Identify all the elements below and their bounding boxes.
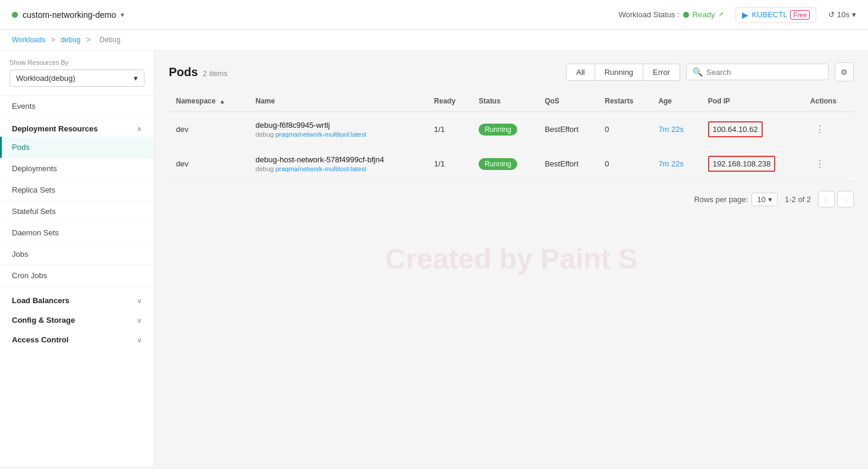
cell-actions-1: ⋮ bbox=[803, 112, 854, 147]
col-namespace[interactable]: Namespace ▲ bbox=[169, 91, 249, 112]
rows-per-page-select[interactable]: 10 ▾ bbox=[751, 193, 777, 206]
cell-namespace-2: dev bbox=[169, 147, 249, 181]
sidebar-item-events-label: Events bbox=[12, 102, 36, 111]
table-row: dev debug-host-network-578f4999cf-bfjn4 … bbox=[169, 147, 854, 181]
workload-status-dot bbox=[683, 12, 689, 18]
col-qos: QoS bbox=[537, 91, 597, 112]
cell-status-1: Running bbox=[471, 112, 537, 147]
search-input[interactable] bbox=[706, 68, 822, 77]
workload-status: Workload Status : Ready ↗ bbox=[618, 10, 724, 19]
sidebar-item-jobs[interactable]: Jobs bbox=[0, 244, 154, 265]
kubectl-button[interactable]: ▶ KUBECTL Free bbox=[735, 7, 816, 23]
col-name: Name bbox=[249, 91, 427, 112]
cell-namespace-1: dev bbox=[169, 112, 249, 147]
cell-restarts-1: 0 bbox=[597, 112, 651, 147]
sidebar-item-stateful-sets[interactable]: Stateful Sets bbox=[0, 201, 154, 222]
sidebar-section-load-balancers[interactable]: Load Balancers ∨ bbox=[0, 289, 154, 309]
terminal-icon: ▶ bbox=[742, 10, 749, 20]
breadcrumb-debug-link[interactable]: debug bbox=[61, 36, 80, 44]
filter-tab-running[interactable]: Running bbox=[595, 64, 643, 80]
col-ready: Ready bbox=[427, 91, 471, 112]
age-link-2[interactable]: 7m 22s bbox=[658, 159, 684, 168]
kubectl-free-badge: Free bbox=[790, 10, 810, 20]
pods-controls: All Running Error 🔍 ⚙ bbox=[566, 62, 854, 81]
settings-button[interactable]: ⚙ bbox=[835, 62, 854, 81]
sidebar-item-pods-label: Pods bbox=[12, 143, 30, 152]
main-content: Created by Paint S Pods 2 items All Runn… bbox=[155, 51, 868, 466]
search-box: 🔍 bbox=[686, 64, 829, 80]
filter-tab-all[interactable]: All bbox=[567, 64, 595, 80]
col-status: Status bbox=[471, 91, 537, 112]
cell-name-1: debug-f6f8c9945-wrtlj debug praqma/netwo… bbox=[249, 112, 427, 147]
refresh-control[interactable]: ↺ 10s ▾ bbox=[828, 10, 856, 19]
kubectl-label: KUBECTL bbox=[751, 10, 787, 19]
cell-qos-1: BestEffort bbox=[537, 112, 597, 147]
sidebar-item-cron-jobs-label: Cron Jobs bbox=[12, 271, 47, 280]
breadcrumb-sep1: > bbox=[51, 36, 57, 44]
filter-chevron-icon: ▾ bbox=[134, 74, 138, 83]
col-age: Age bbox=[651, 91, 700, 112]
next-page-button[interactable]: › bbox=[837, 191, 854, 207]
age-link-1[interactable]: 7m 22s bbox=[658, 125, 684, 134]
rows-per-page-label: Rows per page: bbox=[694, 195, 748, 204]
sidebar-section-access-control[interactable]: Access Control ∨ bbox=[0, 328, 154, 348]
search-icon: 🔍 bbox=[693, 67, 703, 77]
pods-title: Pods 2 items bbox=[169, 65, 228, 79]
filter-tab-error[interactable]: Error bbox=[643, 64, 680, 80]
pods-heading: Pods bbox=[169, 65, 198, 79]
cluster-name: custom-networking-demo bbox=[23, 10, 116, 20]
sidebar-item-deployments-label: Deployments bbox=[12, 164, 57, 173]
rpp-value: 10 bbox=[757, 195, 765, 204]
cell-ready-1: 1/1 bbox=[427, 112, 471, 147]
cell-actions-2: ⋮ bbox=[803, 147, 854, 181]
pod-name-main-1: debug-f6f8c9945-wrtlj bbox=[256, 121, 420, 130]
cluster-status-dot bbox=[12, 12, 18, 18]
actions-button-1[interactable]: ⋮ bbox=[810, 121, 829, 137]
sidebar-item-events[interactable]: Events bbox=[0, 96, 154, 117]
filter-select[interactable]: Workload(debug) ▾ bbox=[10, 70, 144, 87]
access-control-label: Access Control bbox=[12, 335, 68, 344]
sidebar-filter: Show Resources By Workload(debug) ▾ bbox=[0, 51, 154, 96]
pod-name-sub-1: debug praqma/network-multitool:latest bbox=[256, 131, 420, 138]
workload-status-link-icon[interactable]: ↗ bbox=[718, 11, 724, 18]
cell-ready-2: 1/1 bbox=[427, 147, 471, 181]
col-pod-ip: Pod IP bbox=[701, 91, 803, 112]
cell-age-2: 7m 22s bbox=[651, 147, 700, 181]
pod-name-sub-2: debug praqma/network-multitool:latest bbox=[256, 165, 420, 172]
sidebar-item-stateful-sets-label: Stateful Sets bbox=[12, 207, 56, 216]
pods-header: Pods 2 items All Running Error 🔍 ⚙ bbox=[169, 62, 854, 81]
cluster-selector[interactable]: custom-networking-demo ▾ bbox=[12, 10, 124, 20]
sidebar-item-pods[interactable]: Pods bbox=[0, 137, 154, 158]
sidebar-item-daemon-sets[interactable]: Daemon Sets bbox=[0, 222, 154, 244]
sidebar-item-deployments[interactable]: Deployments bbox=[0, 158, 154, 180]
rows-per-page: Rows per page: 10 ▾ bbox=[694, 193, 778, 206]
cell-qos-2: BestEffort bbox=[537, 147, 597, 181]
sidebar-section-deployment-resources[interactable]: Deployment Resources ∧ bbox=[0, 117, 154, 137]
header-right: Workload Status : Ready ↗ ▶ KUBECTL Free… bbox=[618, 7, 856, 23]
cell-status-2: Running bbox=[471, 147, 537, 181]
sidebar-item-daemon-sets-label: Daemon Sets bbox=[12, 228, 59, 237]
workload-status-value: Ready bbox=[693, 10, 715, 19]
sort-namespace-icon: ▲ bbox=[219, 98, 225, 105]
breadcrumb-workloads[interactable]: Workloads bbox=[12, 36, 45, 44]
watermark: Created by Paint S bbox=[385, 242, 637, 275]
cell-pod-ip-1: 100.64.10.62 bbox=[701, 112, 803, 147]
config-storage-label: Config & Storage bbox=[12, 316, 75, 325]
pagination: Rows per page: 10 ▾ 1-2 of 2 ‹ › bbox=[169, 191, 854, 207]
sidebar-item-jobs-label: Jobs bbox=[12, 250, 28, 259]
pod-image-1: praqma/network-multitool:latest bbox=[275, 131, 366, 138]
pods-table: Namespace ▲ Name Ready Status QoS Restar… bbox=[169, 91, 854, 181]
refresh-icon: ↺ bbox=[828, 10, 835, 19]
sidebar: Show Resources By Workload(debug) ▾ Even… bbox=[0, 51, 155, 466]
sidebar-item-cron-jobs[interactable]: Cron Jobs bbox=[0, 265, 154, 287]
sidebar-item-replica-sets[interactable]: Replica Sets bbox=[0, 180, 154, 201]
filter-value: Workload(debug) bbox=[16, 74, 75, 83]
col-restarts: Restarts bbox=[597, 91, 651, 112]
sidebar-section-config-storage[interactable]: Config & Storage ∨ bbox=[0, 309, 154, 328]
refresh-interval: 10s bbox=[837, 10, 850, 19]
deployment-resources-chevron-icon: ∧ bbox=[137, 125, 142, 133]
prev-page-button[interactable]: ‹ bbox=[818, 191, 835, 207]
actions-button-2[interactable]: ⋮ bbox=[810, 156, 829, 172]
pod-image-2: praqma/network-multitool:latest bbox=[275, 165, 366, 172]
rpp-chevron-icon: ▾ bbox=[768, 195, 772, 204]
